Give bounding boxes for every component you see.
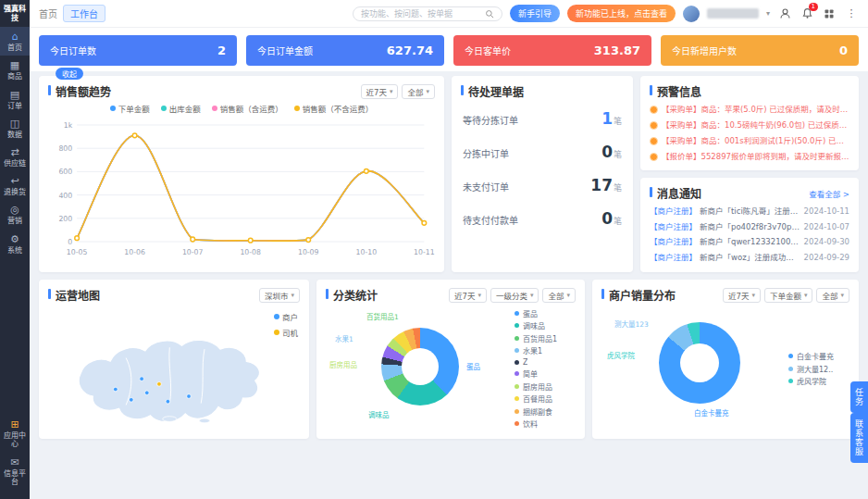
category-legend-item[interactable]: 蛋品 — [515, 308, 576, 318]
pending-row[interactable]: 分拣中订单0笔 — [461, 135, 624, 168]
map-legend-item[interactable]: 商户 — [274, 311, 298, 322]
merchant-legend-item[interactable]: 测大量12.. — [788, 364, 849, 374]
map-canvas[interactable] — [48, 306, 300, 428]
map-title: 运营地图 — [48, 287, 100, 303]
topbar: 首页 工作台 新手引导 新功能已上线，点击查看 ▾ 1 — [30, 0, 868, 28]
category-donut-chart[interactable] — [381, 328, 459, 405]
category-level-select[interactable]: 一级分类▾ — [490, 288, 539, 303]
category-scope-select[interactable]: 全部▾ — [542, 288, 576, 303]
stat-label: 今日订单数 — [50, 44, 96, 57]
supply-icon: ⇄ — [10, 147, 19, 158]
category-legend-item[interactable]: 调味品 — [515, 320, 576, 331]
pending-row[interactable]: 未支付订单17笔 — [461, 168, 624, 202]
sidebar-item-supply[interactable]: ⇄供应链 — [0, 143, 30, 171]
notice-item[interactable]: 【商户注册】新商户「qwer12332100」注册成功，请及时审…2024-09… — [650, 234, 849, 250]
sidebar-item-label: 数据 — [6, 131, 23, 139]
user-icon[interactable] — [777, 6, 792, 21]
alert-item[interactable]: 【采购单】商品：001s利润测试(1斤)(50.0斤) 已过保质期，请及时处理… — [650, 133, 849, 149]
trend-legend-item[interactable]: 销售额（不含运费） — [294, 103, 374, 114]
category-legend-item[interactable]: 简单 — [515, 368, 576, 379]
collapse-stats-button[interactable]: 收起 — [56, 68, 83, 80]
stat-label: 今日客单价 — [465, 44, 511, 57]
more-icon[interactable]: ⋮ — [844, 6, 859, 21]
stat-card-3: 今日新增用户数0 — [661, 35, 859, 66]
category-legend-item[interactable]: 水果1 — [515, 345, 576, 356]
notices-card: 消息通知 查看全部 > 【商户注册】新商户「tici陈凡哥」注册成功，请及时审核… — [640, 178, 859, 272]
promo-button[interactable]: 新功能已上线，点击查看 — [567, 5, 676, 22]
alert-item[interactable]: 【采购单】商品：苹果(5.0斤) 已过保质期，请及时处理（批次号：T10… — [650, 102, 849, 118]
merchant-callout-label: 虎风学院 — [607, 350, 635, 360]
tab-workbench[interactable]: 工作台 — [63, 5, 105, 22]
category-callout-label: 蛋品 — [466, 361, 480, 371]
sidebar-item-data[interactable]: ◫数据 — [0, 114, 30, 143]
legend-label: 捆绑副食 — [523, 406, 552, 417]
stat-card-0: 今日订单数2 — [39, 35, 237, 66]
trend-range-select[interactable]: 近7天▾ — [361, 84, 399, 99]
guide-button[interactable]: 新手引导 — [510, 5, 560, 22]
edge-tab-1[interactable]: 联系客服 — [850, 413, 868, 463]
category-legend-item[interactable]: Z — [515, 358, 576, 367]
chevron-down-icon[interactable]: ▾ — [766, 9, 770, 18]
category-legend-item[interactable]: 百货用品1 — [515, 333, 576, 343]
notice-item[interactable]: 【商户注册】新商户「po402f8r3v70pr238kh」注册成功，请…202… — [650, 219, 849, 235]
sidebar-item-goods[interactable]: ▦商品 — [0, 56, 30, 84]
data-icon: ◫ — [10, 119, 19, 130]
merchant-scope-select[interactable]: 全部▾ — [816, 288, 849, 303]
sidebar-item-return[interactable]: ↩退换货 — [0, 171, 30, 200]
category-legend-item[interactable]: 百餐用品 — [515, 393, 576, 404]
pending-row[interactable]: 等待分拣订单1笔 — [461, 102, 624, 135]
category-legend-item[interactable]: 捆绑副食 — [515, 406, 576, 417]
notices-list: 【商户注册】新商户「tici陈凡哥」注册成功，请及时审核。2024-10-11【… — [650, 204, 849, 265]
notice-tag: 【商户注册】 — [650, 219, 697, 235]
notice-item[interactable]: 【商户注册】新商户「woz」注册成功，请及时审核。2024-09-29 — [650, 250, 849, 266]
pending-row[interactable]: 待支付付款单0笔 — [461, 202, 624, 235]
alerts-title: 预警信息 — [650, 83, 701, 99]
alert-item[interactable]: 【采购单】商品：10.5磅纯牛奶(96.0包) 已过保质期，请及时处理… — [650, 118, 849, 133]
avatar[interactable] — [683, 6, 700, 22]
notices-more-link[interactable]: 查看全部 > — [809, 188, 849, 199]
category-range-select[interactable]: 近7天▾ — [449, 288, 487, 303]
category-callout-label: 调味品 — [368, 409, 390, 419]
breadcrumb-home[interactable]: 首页 — [39, 6, 57, 20]
bell-icon[interactable]: 1 — [800, 6, 814, 21]
merchant-legend-item[interactable]: 虎风学院 — [788, 376, 849, 386]
merchant-metric-select[interactable]: 下单金额▾ — [764, 288, 813, 303]
operations-map-card: 运营地图 深圳市▾ — [39, 280, 309, 439]
trend-legend-item[interactable]: 出库金额 — [161, 103, 201, 114]
category-legend-item[interactable]: 饮料 — [515, 418, 576, 429]
legend-label: 饮料 — [523, 418, 538, 429]
alert-bell-icon — [650, 137, 658, 145]
stat-label: 今日新增用户数 — [672, 44, 737, 57]
sidebar-item-marketing[interactable]: ◎营销 — [0, 200, 30, 229]
alerts-list: 【采购单】商品：苹果(5.0斤) 已过保质期，请及时处理（批次号：T10…【采购… — [650, 102, 849, 165]
pending-unit: 笔 — [614, 117, 622, 126]
notice-item[interactable]: 【商户注册】新商户「tici陈凡哥」注册成功，请及时审核。2024-10-11 — [650, 204, 849, 219]
alert-item[interactable]: 【报价单】552897报价单即将到期，请及时更新报价！ — [650, 149, 849, 165]
category-callout-label: 百货用品1 — [366, 311, 399, 321]
map-city-select[interactable]: 深圳市▾ — [259, 288, 300, 303]
map-legend-item[interactable]: 司机 — [274, 327, 298, 338]
order-icon: ▤ — [10, 90, 19, 101]
merchant-range-select[interactable]: 近7天▾ — [723, 288, 761, 303]
sidebar-item-label: 订单 — [6, 102, 23, 110]
sidebar-item-system[interactable]: ⚙系统 — [0, 230, 30, 258]
search-input[interactable] — [361, 9, 481, 19]
row-1: 销售额趋势 近7天▾ 全部▾ 下单金额出库金额销售额（含运费）销售额（不含运费）… — [39, 76, 859, 272]
category-legend-item[interactable]: 厨房用品 — [515, 381, 576, 392]
alerts-card: 预警信息 【采购单】商品：苹果(5.0斤) 已过保质期，请及时处理（批次号：T1… — [640, 76, 859, 170]
trend-legend-item[interactable]: 销售额（含运费） — [212, 103, 283, 114]
edge-tab-0[interactable]: 任务 — [850, 381, 868, 413]
merchant-legend-item[interactable]: 白金卡曼充 — [788, 351, 849, 361]
sidebar-item-info-platform[interactable]: ✉信息平台 — [0, 453, 30, 490]
trend-legend-item[interactable]: 下单金额 — [110, 103, 150, 114]
legend-dot-icon — [515, 348, 519, 353]
legend-dot-icon — [515, 336, 519, 341]
sidebar-item-app-center[interactable]: ⊞应用中心 — [0, 415, 30, 452]
sidebar-item-home[interactable]: ⌂首页 — [0, 27, 30, 56]
pending-unit: 笔 — [614, 183, 622, 193]
trend-scope-select[interactable]: 全部▾ — [402, 84, 435, 99]
merchant-donut-chart[interactable] — [659, 322, 740, 404]
sales-trend-chart[interactable]: 02004006008001k10-0510-0610-0710-0810-09… — [48, 116, 435, 262]
apps-grid-icon[interactable] — [822, 6, 837, 21]
sidebar-item-order[interactable]: ▤订单 — [0, 85, 30, 114]
